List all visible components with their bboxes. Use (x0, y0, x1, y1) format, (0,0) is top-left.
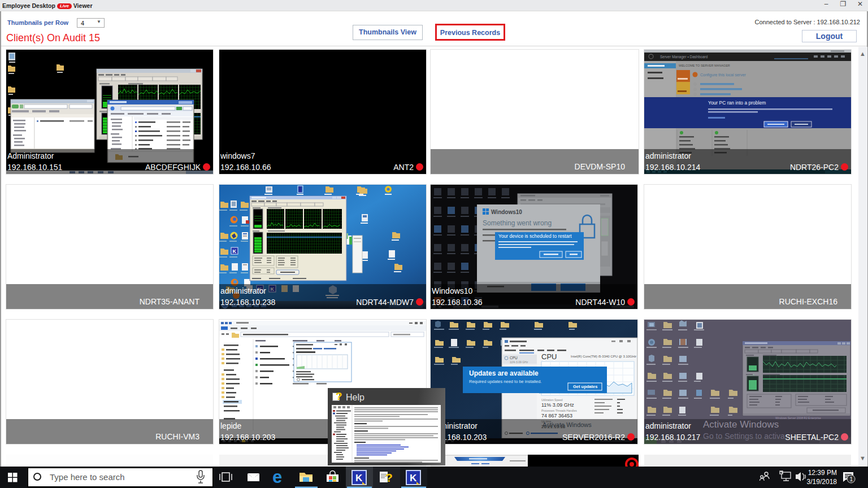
svg-text:Utilization Speed: Utilization Speed (541, 398, 563, 402)
svg-text:K: K (355, 473, 363, 483)
svg-text:K: K (410, 473, 417, 483)
svg-text:Your PC ran into a problem: Your PC ran into a problem (708, 100, 766, 106)
svg-text:1: 1 (850, 476, 853, 482)
svg-text:K: K (233, 249, 237, 254)
svg-text:Configure this local server: Configure this local server (700, 73, 747, 77)
svg-text:11% 3.09 GHz: 11% 3.09 GHz (510, 360, 528, 364)
svg-text:Get updates: Get updates (573, 384, 597, 389)
svg-text:Updates are available: Updates are available (469, 369, 539, 377)
svg-text:Windows10: Windows10 (491, 209, 522, 215)
svg-text:CPU: CPU (510, 356, 518, 360)
svg-text:Something went wrong: Something went wrong (483, 219, 552, 227)
svg-text:CPU: CPU (541, 352, 557, 361)
svg-text:Required updates need to be in: Required updates need to be installed. (469, 379, 541, 384)
svg-text:Server Manager • Dashboard: Server Manager • Dashboard (660, 55, 708, 59)
svg-text:74 867 36453: 74 867 36453 (541, 413, 572, 419)
svg-text:WELCOME TO SERVER MANAGER: WELCOME TO SERVER MANAGER (679, 64, 730, 67)
svg-text:Processes Threads Handles: Processes Threads Handles (541, 409, 577, 412)
svg-text:Intel(R) Core(TM) i5-3340 CPU: Intel(R) Core(TM) i5-3340 CPU @ 3.10GHz (571, 355, 636, 358)
svg-text:e: e (272, 467, 282, 487)
svg-text:Your device is scheduled to re: Your device is scheduled to restart (498, 233, 572, 239)
svg-text:?: ? (385, 471, 393, 484)
svg-text:11% 3.09 GHz: 11% 3.09 GHz (541, 402, 574, 408)
